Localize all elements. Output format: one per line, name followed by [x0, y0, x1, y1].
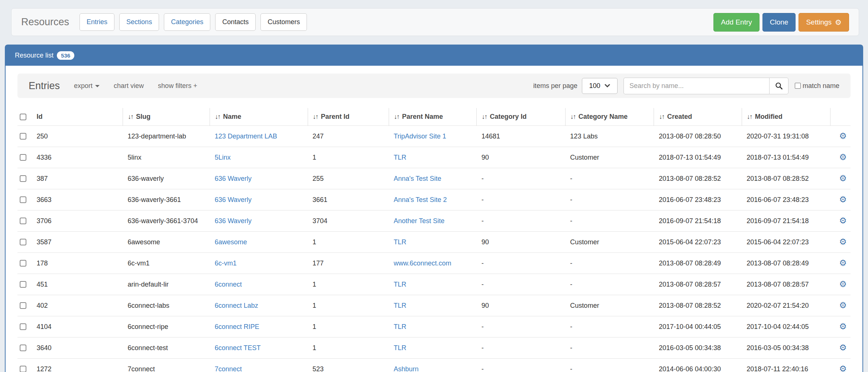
- row-checkbox[interactable]: [20, 196, 26, 203]
- name-link[interactable]: 5Linx: [215, 154, 231, 161]
- name-link[interactable]: 6connect RIPE: [215, 323, 259, 330]
- row-settings-gear-icon[interactable]: ⚙: [839, 322, 847, 331]
- match-name-option: match name: [795, 82, 839, 90]
- parent_name-link[interactable]: TLR: [393, 281, 406, 288]
- cell-parent_name: Another Test Site: [389, 211, 476, 232]
- cell-parent_id: 1: [308, 147, 389, 168]
- match-name-checkbox[interactable]: [795, 83, 801, 89]
- parent_name-link[interactable]: Anna's Test Site: [393, 175, 441, 182]
- column-header-parent_id[interactable]: ↓↑Parent Id: [308, 108, 389, 126]
- sort-arrows-icon: ↓↑: [747, 113, 752, 120]
- cell-category_id: -: [477, 253, 566, 274]
- row-checkbox[interactable]: [20, 302, 26, 309]
- row-checkbox[interactable]: [20, 366, 26, 372]
- parent_name-link[interactable]: TLR: [393, 344, 406, 352]
- row-settings-gear-icon[interactable]: ⚙: [839, 259, 847, 267]
- parent_name-link[interactable]: TLR: [393, 323, 406, 330]
- name-link[interactable]: 7connect: [215, 365, 242, 372]
- row-settings-gear-icon[interactable]: ⚙: [839, 216, 847, 225]
- top-bar: Resources Entries Sections Categories Co…: [11, 8, 859, 36]
- chart-view-link[interactable]: chart view: [114, 82, 144, 90]
- row-settings-gear-icon[interactable]: ⚙: [839, 195, 847, 204]
- nav-button-entries[interactable]: Entries: [80, 13, 114, 31]
- cell-created: 2017-10-04 00:44:05: [654, 316, 742, 337]
- row-settings-gear-icon[interactable]: ⚙: [839, 280, 847, 288]
- column-header-name[interactable]: ↓↑Name: [210, 108, 308, 126]
- column-header-parent_name[interactable]: ↓↑Parent Name: [389, 108, 476, 126]
- row-checkbox[interactable]: [20, 218, 26, 224]
- settings-button[interactable]: Settings ⚙: [799, 13, 849, 32]
- row-settings-gear-icon[interactable]: ⚙: [839, 132, 847, 140]
- column-header-category_name[interactable]: ↓↑Category Name: [565, 108, 654, 126]
- column-header-category_id[interactable]: ↓↑Category Id: [477, 108, 566, 126]
- row-settings-gear-icon[interactable]: ⚙: [839, 365, 847, 372]
- parent_name-link[interactable]: www.6connect.com: [393, 260, 451, 267]
- column-header-modified[interactable]: ↓↑Modified: [742, 108, 830, 126]
- search-button[interactable]: [769, 78, 788, 94]
- nav-button-contacts[interactable]: Contacts: [215, 13, 256, 31]
- name-link[interactable]: 6connect Labz: [215, 302, 258, 309]
- nav-button-customers[interactable]: Customers: [260, 13, 307, 31]
- row-checkbox[interactable]: [20, 260, 26, 267]
- cell-name: 123 Department LAB: [210, 126, 308, 147]
- nav-button-sections[interactable]: Sections: [119, 13, 159, 31]
- row-checkbox[interactable]: [20, 133, 26, 140]
- cell-created: 2018-07-13 01:54:49: [654, 147, 742, 168]
- resource-list-panel: Resource list 536 Entries export chart v…: [5, 45, 863, 372]
- parent_name-link[interactable]: TLR: [393, 154, 406, 161]
- show-filters-link[interactable]: show filters +: [158, 82, 197, 90]
- name-link[interactable]: 6connect TEST: [215, 344, 261, 352]
- name-link[interactable]: 6c-vm1: [215, 260, 237, 267]
- name-link[interactable]: 123 Department LAB: [215, 133, 277, 140]
- clone-button[interactable]: Clone: [762, 13, 796, 32]
- row-checkbox[interactable]: [20, 175, 26, 182]
- parent_name-link[interactable]: TripAdvisor Site 1: [393, 133, 446, 140]
- name-link[interactable]: 636 Waverly: [215, 196, 252, 203]
- resource-table: Id↓↑Slug↓↑Name↓↑Parent Id↓↑Parent Name↓↑…: [17, 108, 851, 372]
- row-checkbox[interactable]: [20, 239, 26, 245]
- row-settings-gear-icon[interactable]: ⚙: [839, 343, 847, 352]
- export-dropdown[interactable]: export: [74, 82, 100, 90]
- name-link[interactable]: 636 Waverly: [215, 217, 252, 225]
- name-link[interactable]: 6connect: [215, 281, 242, 288]
- cell-parent_id: 1: [308, 232, 389, 253]
- row-checkbox[interactable]: [20, 345, 26, 351]
- items-per-page-select[interactable]: 100: [582, 78, 618, 94]
- table-row: 35876awesome6awesome1TLR90Customer2015-0…: [17, 232, 851, 253]
- cell-parent_id: 3704: [308, 211, 389, 232]
- row-settings-gear-icon[interactable]: ⚙: [839, 301, 847, 310]
- table-header-row: Id↓↑Slug↓↑Name↓↑Parent Id↓↑Parent Name↓↑…: [17, 108, 851, 126]
- name-link[interactable]: 6awesome: [215, 238, 247, 246]
- name-link[interactable]: 636 Waverly: [215, 175, 252, 182]
- cell-category_id: -: [477, 359, 566, 372]
- select-all-checkbox[interactable]: [20, 114, 26, 120]
- cell-name: 5Linx: [210, 147, 308, 168]
- add-entry-button[interactable]: Add Entry: [713, 13, 759, 32]
- row-settings-gear-icon[interactable]: ⚙: [839, 238, 847, 246]
- row-settings-gear-icon[interactable]: ⚙: [839, 174, 847, 183]
- cell-name: 6connect RIPE: [210, 316, 308, 337]
- cell-modified: 2018-07-13 01:54:49: [742, 147, 830, 168]
- row-checkbox[interactable]: [20, 154, 26, 161]
- cell-parent_name: www.6connect.com: [389, 253, 476, 274]
- column-header-slug[interactable]: ↓↑Slug: [123, 108, 210, 126]
- nav-button-categories[interactable]: Categories: [164, 13, 210, 31]
- search-input[interactable]: [624, 78, 769, 94]
- row-checkbox[interactable]: [20, 323, 26, 330]
- cell-id: 387: [36, 168, 123, 189]
- cell-category_id: -: [477, 337, 566, 359]
- items-per-page-value: 100: [589, 82, 600, 90]
- column-header-created[interactable]: ↓↑Created: [654, 108, 742, 126]
- cell-slug: 636-waverly-3661-3704: [123, 211, 210, 232]
- parent_name-link[interactable]: TLR: [393, 302, 406, 309]
- resource-count-badge: 536: [57, 51, 74, 60]
- parent_name-link[interactable]: Another Test Site: [393, 217, 444, 225]
- parent_name-link[interactable]: Ashburn: [393, 365, 418, 372]
- parent_name-link[interactable]: TLR: [393, 238, 406, 246]
- settings-label: Settings: [806, 18, 832, 26]
- search-icon: [775, 82, 783, 90]
- row-settings-gear-icon[interactable]: ⚙: [839, 153, 847, 161]
- cell-id: 3587: [36, 232, 123, 253]
- row-checkbox[interactable]: [20, 281, 26, 288]
- parent_name-link[interactable]: Anna's Test Site 2: [393, 196, 447, 203]
